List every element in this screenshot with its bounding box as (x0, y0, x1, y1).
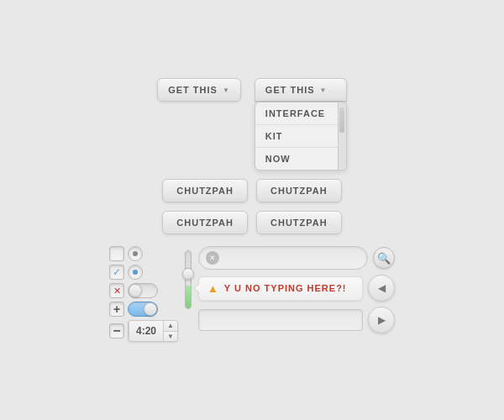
search-button[interactable]: 🔍 (373, 247, 395, 269)
get-this-button-1[interactable]: GET THIS ▼ (157, 78, 241, 102)
next-button[interactable]: ▶ (368, 307, 395, 333)
dropdown-open: GET THIS ▼ INTERFACE KIT NOW (255, 78, 347, 171)
dropdown-item-interface[interactable]: INTERFACE (255, 102, 338, 125)
checkbox-row-4: + (109, 302, 178, 317)
search-input[interactable] (223, 252, 360, 264)
slider-fill (186, 286, 191, 308)
prev-button[interactable]: ◀ (368, 275, 395, 302)
checkbox-plus[interactable]: + (109, 302, 124, 317)
toggle-on[interactable] (128, 302, 158, 317)
search-icon: 🔍 (377, 252, 391, 265)
prev-icon: ◀ (378, 282, 386, 294)
toggle-knob-off (129, 284, 142, 297)
dropdown-item-kit[interactable]: KIT (255, 125, 338, 148)
slider-track[interactable] (185, 250, 192, 309)
checkbox-checked[interactable]: ✓ (109, 265, 124, 280)
chutzpah-button-3[interactable]: CHUTZPAH (162, 211, 248, 234)
dropdown-arrow-2: ▼ (320, 87, 328, 94)
dropdown-menu-items: INTERFACE KIT NOW (255, 102, 338, 170)
radio-dot-2 (133, 270, 138, 275)
alert-bubble: ▲ Y U NO TYPING HERE?! (198, 276, 363, 301)
dropdown-menu: INTERFACE KIT NOW (255, 102, 347, 171)
radio-dot-1 (133, 251, 138, 256)
controls-left: ✓ ✕ + − 4:20 (109, 246, 178, 342)
checkbox-row-2: ✓ (109, 265, 178, 280)
spin-buttons: ▲ ▼ (164, 321, 177, 341)
chutzpah-button-1[interactable]: CHUTZPAH (162, 179, 248, 202)
dropdown-item-now[interactable]: NOW (255, 148, 338, 170)
number-value: 4:20 (129, 321, 164, 341)
checkbox-crossed[interactable]: ✕ (109, 283, 124, 298)
chutzpah-button-4[interactable]: CHUTZPAH (256, 211, 342, 234)
search-bar: ✕ (198, 246, 368, 270)
get-this-label-1: GET THIS (168, 85, 218, 95)
number-input[interactable]: 4:20 ▲ ▼ (128, 320, 178, 342)
dropdown-arrow-1: ▼ (223, 87, 230, 94)
checkbox-unchecked[interactable] (109, 246, 124, 261)
next-icon: ▶ (378, 314, 386, 326)
scrollbar-thumb (339, 108, 344, 133)
number-stepper-row: 4:20 ▲ ▼ (128, 320, 178, 342)
alert-icon: ▲ (207, 282, 219, 295)
chutzpah-button-2[interactable]: CHUTZPAH (256, 179, 342, 202)
checkbox-row-5: − 4:20 ▲ ▼ (109, 320, 178, 342)
toggle-off[interactable] (128, 283, 158, 298)
dropdown-scrollbar[interactable] (338, 102, 346, 170)
slider-container (185, 246, 192, 313)
alert-text: Y U NO TYPING HERE?! (224, 283, 347, 293)
spin-down[interactable]: ▼ (164, 332, 177, 342)
checkbox-row-1 (109, 246, 178, 261)
get-this-label-2: GET THIS (265, 85, 315, 95)
checkbox-row-3: ✕ (109, 283, 178, 298)
radio-selected[interactable] (128, 265, 143, 280)
checkbox-minus[interactable]: − (109, 323, 124, 339)
spin-up[interactable]: ▲ (164, 321, 177, 332)
controls-right: ✕ 🔍 ▲ Y U NO TYPING HERE?! ◀ (198, 246, 395, 333)
get-this-button-2[interactable]: GET THIS ▼ (255, 78, 347, 102)
search-clear-button[interactable]: ✕ (206, 251, 219, 265)
slider-knob[interactable] (182, 268, 194, 280)
toggle-knob-on (144, 302, 157, 316)
radio-unselected-1[interactable] (128, 246, 143, 261)
progress-bar[interactable] (198, 309, 363, 331)
